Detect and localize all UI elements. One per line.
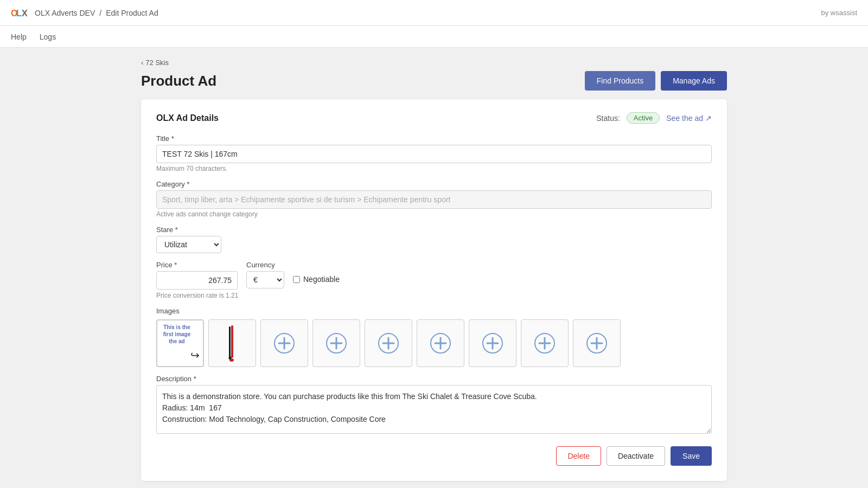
delete-button[interactable]: Delete — [556, 446, 601, 466]
stare-group: Stare * Utilizat — [156, 226, 712, 253]
title-hint: Maximum 70 characters. — [156, 165, 712, 172]
negotiable-checkbox[interactable] — [293, 276, 300, 283]
description-group: Description * This is a demonstration st… — [156, 375, 712, 435]
description-wrapper: This is a demonstration store. You can p… — [156, 385, 712, 435]
image-slot-add-1[interactable] — [260, 319, 308, 367]
price-input-group: Price * — [156, 261, 238, 290]
back-arrow-icon: ‹ — [141, 59, 143, 67]
page-header: Product Ad Find Products Manage Ads — [141, 71, 727, 91]
nav-help[interactable]: Help — [11, 28, 27, 46]
price-label: Price * — [156, 261, 238, 269]
back-link[interactable]: ‹ 72 Skis — [141, 59, 169, 67]
price-group: Price * Currency € Negotiable Price conv… — [156, 261, 712, 299]
category-label: Category * — [156, 180, 712, 188]
price-hint: Price conversion rate is 1.21 — [156, 292, 712, 299]
category-input — [156, 190, 712, 209]
nav-logs[interactable]: Logs — [40, 28, 56, 46]
deactivate-button[interactable]: Deactivate — [607, 446, 665, 466]
negotiable-label: Negotiable — [303, 275, 340, 284]
ski-image — [224, 320, 240, 367]
image-slot-add-7[interactable] — [573, 319, 621, 367]
negotiable-group: Negotiable — [293, 261, 340, 284]
main-content: ‹ 72 Skis Product Ad Find Products Manag… — [108, 48, 760, 488]
image-slot-add-2[interactable] — [312, 319, 360, 367]
currency-label: Currency — [246, 261, 284, 269]
images-label: Images — [156, 307, 712, 315]
images-group: Images This is the first image the ad ↪ — [156, 307, 712, 367]
images-row: This is the first image the ad ↪ — [156, 319, 712, 367]
topbar-by: by wsassist — [821, 9, 857, 17]
card-header: OLX Ad Details Status: Active See the ad… — [156, 112, 712, 124]
stare-label: Stare * — [156, 226, 712, 234]
olx-logo: O L X — [11, 7, 30, 20]
image-slot-ski[interactable] — [208, 319, 256, 367]
see-ad-link[interactable]: See the ad ↗ — [666, 114, 712, 123]
page-title: Product Ad — [141, 73, 216, 89]
category-hint: Active ads cannot change category — [156, 210, 712, 218]
description-label: Description * — [156, 375, 712, 383]
title-input[interactable] — [156, 145, 712, 163]
price-input[interactable] — [156, 271, 238, 290]
title-group: Title * Maximum 70 characters. — [156, 134, 712, 172]
find-products-button[interactable]: Find Products — [585, 71, 655, 91]
first-image-label: This is the first image the ad — [161, 324, 193, 345]
currency-group: Currency € — [246, 261, 284, 288]
currency-select[interactable]: € — [246, 271, 284, 288]
stare-select[interactable]: Utilizat — [156, 236, 221, 253]
svg-text:L: L — [16, 9, 22, 18]
svg-rect-3 — [231, 325, 233, 358]
navbar: Help Logs — [0, 26, 868, 48]
topbar: O L X OLX Adverts DEV / Edit Product Ad … — [0, 0, 868, 26]
svg-text:X: X — [22, 9, 28, 18]
first-image-arrow-icon: ↪ — [190, 349, 200, 362]
category-group: Category * Active ads cannot change cate… — [156, 180, 712, 218]
description-textarea[interactable]: This is a demonstration store. You can p… — [156, 385, 712, 434]
title-label: Title * — [156, 134, 712, 143]
svg-point-6 — [229, 356, 232, 359]
status-badge: Active — [627, 112, 660, 124]
see-ad-label: See the ad — [666, 114, 703, 123]
save-button[interactable]: Save — [671, 446, 712, 466]
image-slot-first[interactable]: This is the first image the ad ↪ — [156, 319, 204, 367]
svg-rect-4 — [229, 326, 231, 357]
footer-buttons: Delete Deactivate Save — [156, 446, 712, 466]
breadcrumb-page: Edit Product Ad — [106, 9, 158, 17]
topbar-left: O L X OLX Adverts DEV / Edit Product Ad — [11, 7, 158, 20]
ad-details-card: OLX Ad Details Status: Active See the ad… — [141, 99, 727, 481]
breadcrumb-separator: / — [99, 9, 101, 17]
image-slot-add-4[interactable] — [417, 319, 464, 367]
breadcrumb-brand: OLX Adverts DEV — [35, 9, 95, 17]
back-link-label: 72 Skis — [145, 59, 169, 67]
external-link-icon: ↗ — [705, 114, 712, 123]
header-buttons: Find Products Manage Ads — [585, 71, 727, 91]
status-label: Status: — [596, 114, 620, 123]
image-slot-add-6[interactable] — [521, 319, 569, 367]
image-slot-add-5[interactable] — [469, 319, 516, 367]
status-area: Status: Active See the ad ↗ — [596, 112, 712, 124]
price-row: Price * Currency € Negotiable — [156, 261, 712, 290]
image-slot-add-3[interactable] — [365, 319, 412, 367]
card-title: OLX Ad Details — [156, 113, 219, 123]
manage-ads-button[interactable]: Manage Ads — [661, 71, 727, 91]
